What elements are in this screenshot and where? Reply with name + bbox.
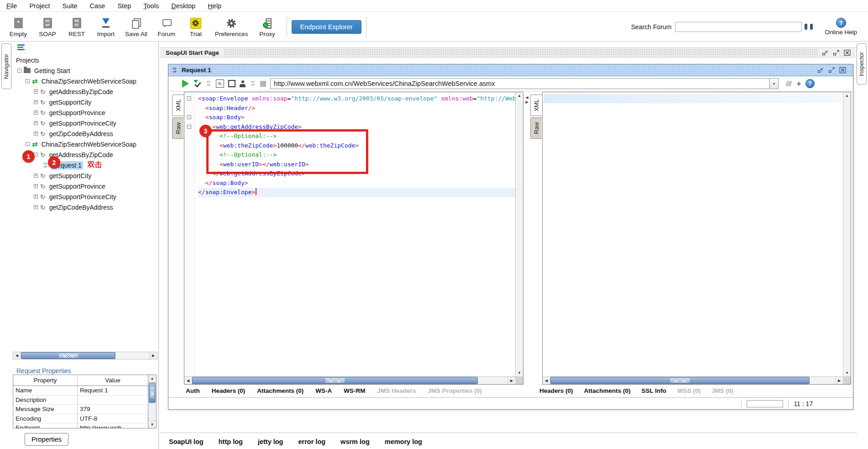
property-value-cell[interactable]: UTF-8: [77, 414, 148, 423]
tree-item-chinazipsearchwebservicesoap[interactable]: -ChinaZipSearchWebServiceSoap: [12, 139, 158, 149]
scrollbar-thumb[interactable]: [192, 377, 478, 384]
menu-item-case[interactable]: Case: [90, 2, 105, 10]
scroll-left-arrow-icon[interactable]: ◀: [13, 352, 21, 359]
property-row-description[interactable]: Description: [13, 396, 148, 405]
menu-item-step[interactable]: Step: [117, 2, 131, 10]
maximize-window-icon[interactable]: [832, 49, 840, 56]
toolbar-button-trial[interactable]: Trial: [181, 16, 210, 38]
tree-item-request-1[interactable]: Request 1双击: [12, 160, 158, 170]
tree-item-getaddressbyzipcode[interactable]: +getAddressByZipCode: [12, 86, 158, 97]
request-editor-tab-raw[interactable]: Raw: [172, 117, 183, 139]
search-forum-input[interactable]: [675, 22, 802, 32]
endpoint-explorer-button[interactable]: Endpoint Explorer: [292, 20, 361, 34]
property-value-cell[interactable]: Request 1: [77, 386, 148, 395]
request-window-titlebar[interactable]: Request 1: [168, 64, 853, 76]
menu-item-suite[interactable]: Suite: [63, 2, 78, 10]
scrollbar-thumb[interactable]: [149, 383, 156, 403]
request-tab-ws-a[interactable]: WS-A: [315, 387, 332, 394]
log-tab-soapui-log[interactable]: SoapUI log: [169, 438, 204, 445]
response-editor-tab-xml[interactable]: XML: [530, 95, 542, 116]
toolbar-button-empty[interactable]: Empty: [4, 16, 33, 38]
cancel-request-icon[interactable]: [228, 80, 235, 87]
tree-expander-expand[interactable]: +: [34, 90, 38, 94]
tree-expander-expand[interactable]: +: [34, 132, 38, 136]
property-value-cell[interactable]: 379: [77, 405, 148, 414]
scroll-down-arrow-icon[interactable]: ▼: [148, 421, 156, 428]
tree-expander-expand[interactable]: +: [34, 100, 38, 104]
tree-item-getsupportcity[interactable]: +getSupportCity: [12, 97, 158, 107]
menu-item-desktop[interactable]: Desktop: [171, 2, 195, 10]
request-tab-attachments-0[interactable]: Attachments (0): [257, 387, 303, 394]
properties-button[interactable]: Properties: [25, 433, 68, 446]
editor-resize-corner-icon[interactable]: [515, 376, 523, 384]
menu-item-file[interactable]: File: [6, 2, 17, 10]
tree-expander-collapse[interactable]: -: [17, 69, 21, 73]
tree-expander-expand[interactable]: +: [34, 174, 38, 178]
menu-item-project[interactable]: Project: [29, 2, 50, 10]
close-window-icon[interactable]: [843, 49, 851, 56]
scroll-up-arrow-icon[interactable]: ▲: [148, 375, 156, 382]
tree-expander-collapse[interactable]: -: [26, 142, 30, 146]
soap-action-icon[interactable]: [205, 80, 212, 87]
log-tab-wsrm-log[interactable]: wsrm log: [340, 438, 370, 445]
toolbar-button-import[interactable]: Import: [91, 16, 120, 38]
tree-item-getzipcodebyaddress[interactable]: +getZipCodeByAddress: [12, 202, 158, 212]
tree-item-getsupportprovince[interactable]: +getSupportProvince: [12, 107, 158, 118]
fold-collapse-icon[interactable]: -: [187, 125, 191, 129]
tree-expander-expand[interactable]: +: [34, 184, 38, 188]
tab-soapui-start-page[interactable]: SoapUI Start Page: [161, 49, 224, 56]
tree-horizontal-scrollbar[interactable]: ◀ ▶: [13, 352, 157, 359]
tree-item-chinazipsearchwebservicesoap[interactable]: -ChinaZipSearchWebServiceSoap: [12, 76, 158, 86]
endpoint-dropdown-arrow[interactable]: ▼: [770, 78, 779, 89]
scroll-down-arrow-icon[interactable]: ▼: [845, 370, 849, 376]
binoculars-search-icon[interactable]: [805, 24, 813, 30]
properties-vertical-scrollbar[interactable]: ▲ ▼: [148, 375, 157, 428]
navigator-options-icon[interactable]: [17, 44, 25, 50]
editor-vertical-scrollbar[interactable]: ▲▼: [515, 92, 523, 376]
response-tab-ssl-info[interactable]: SSL Info: [642, 387, 667, 394]
maximize-window-icon[interactable]: [828, 67, 836, 74]
endpoint-url-field[interactable]: http://www.webxml.com.cn/WebServices/Chi…: [270, 78, 770, 89]
scroll-right-arrow-icon[interactable]: ▶: [507, 377, 515, 384]
log-tab-memory-log[interactable]: memory log: [385, 438, 422, 445]
scroll-right-arrow-icon[interactable]: ▶: [835, 377, 843, 384]
scrollbar-thumb[interactable]: [21, 352, 115, 359]
toolbar-button-forum[interactable]: Forum: [152, 16, 181, 38]
request-editor-tab-xml[interactable]: XML: [172, 95, 184, 116]
tree-expander-expand[interactable]: +: [34, 195, 38, 199]
restore-window-icon[interactable]: [817, 67, 825, 74]
pane-splitter[interactable]: ◀▶: [523, 92, 530, 385]
tree-item-getsupportcity[interactable]: +getSupportCity: [12, 170, 158, 181]
property-row-message-size[interactable]: Message Size379: [13, 405, 148, 414]
create-empty-request-icon[interactable]: [240, 80, 246, 87]
fold-collapse-icon[interactable]: -: [187, 96, 191, 100]
submit-to-endpoint-icon[interactable]: [193, 80, 201, 88]
property-row-encoding[interactable]: EncodingUTF-8: [13, 414, 148, 424]
toolbar-button-soap[interactable]: SOAP: [33, 16, 62, 38]
editor-horizontal-scrollbar[interactable]: ◀ ▶: [184, 376, 515, 384]
tree-root-projects[interactable]: Projects: [12, 55, 158, 65]
property-value-cell[interactable]: http://www.web...: [77, 423, 148, 428]
scroll-down-arrow-icon[interactable]: ▼: [518, 370, 521, 376]
tree-expander-expand[interactable]: +: [34, 111, 38, 115]
toolbar-button-preferences[interactable]: Preferences: [210, 16, 253, 38]
response-xml-editor[interactable]: ▲▼ ◀ ▶: [542, 92, 851, 385]
tree-expander-collapse[interactable]: -: [26, 79, 30, 83]
log-tab-error-log[interactable]: error log: [298, 438, 325, 445]
scroll-up-arrow-icon[interactable]: ▲: [518, 92, 521, 99]
scroll-right-arrow-icon[interactable]: ▶: [149, 352, 157, 359]
menu-item-tools[interactable]: Tools: [143, 2, 159, 10]
request-tab-ws-rm[interactable]: WS-RM: [344, 387, 365, 394]
online-help-button[interactable]: ? Online Help: [825, 18, 857, 36]
response-tab-headers-0[interactable]: Headers (0): [539, 387, 573, 394]
response-tab-attachments-0[interactable]: Attachments (0): [584, 387, 631, 394]
tree-item-getsupportprovince[interactable]: +getSupportProvince: [12, 181, 158, 191]
scroll-left-arrow-icon[interactable]: ◀: [184, 377, 192, 384]
property-value-cell[interactable]: [77, 396, 148, 405]
scroll-up-arrow-icon[interactable]: ▲: [845, 92, 849, 99]
editor-vertical-scrollbar[interactable]: ▲▼: [843, 92, 851, 376]
request-help-icon[interactable]: ?: [805, 79, 815, 88]
response-editor-tab-raw[interactable]: Raw: [530, 117, 542, 139]
inspector-side-tab[interactable]: Inspector: [857, 43, 867, 85]
tree-item-getsupportprovincecity[interactable]: +getSupportProvinceCity: [12, 118, 158, 128]
